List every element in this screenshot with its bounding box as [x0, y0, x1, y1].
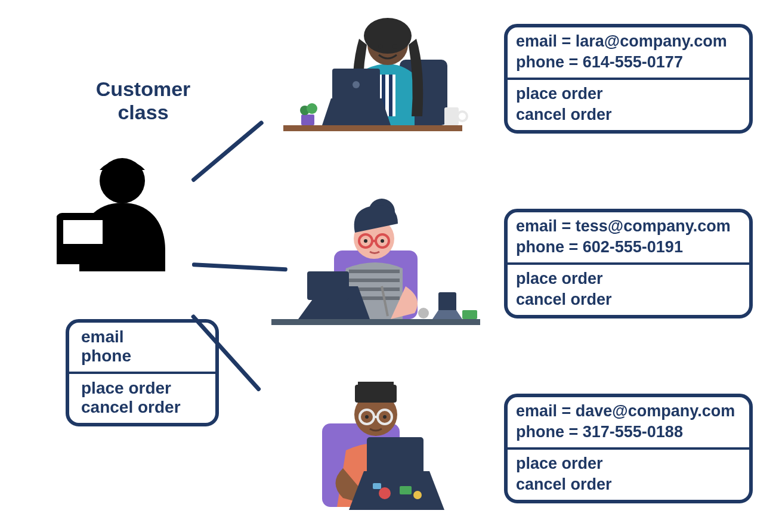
instance-method-place-order: place order	[516, 453, 741, 474]
instance-email: email = lara@company.com	[516, 31, 741, 52]
instance-methods: place order cancel order	[508, 265, 749, 315]
svg-rect-37	[462, 310, 477, 319]
svg-rect-48	[367, 437, 423, 474]
svg-marker-35	[432, 310, 462, 319]
svg-point-46	[383, 415, 387, 419]
instance-methods: place order cancel order	[508, 80, 749, 130]
class-method-place-order: place order	[81, 379, 203, 398]
class-attr-phone: phone	[81, 347, 203, 366]
title-line1: Customer	[96, 78, 191, 100]
class-methods-section: place order cancel order	[69, 374, 215, 423]
person-illustration-tess	[265, 191, 486, 328]
instance-method-place-order: place order	[516, 83, 741, 104]
instance-box-dave: email = dave@company.com phone = 317-555…	[504, 394, 753, 503]
svg-point-45	[365, 415, 369, 419]
svg-point-29	[364, 239, 367, 243]
instance-method-cancel-order: cancel order	[516, 104, 741, 125]
svg-marker-47	[349, 471, 444, 510]
svg-point-16	[353, 81, 360, 88]
instance-email: email = tess@company.com	[516, 216, 741, 237]
class-attributes-section: email phone	[69, 323, 215, 372]
person-illustration-dave	[301, 367, 492, 516]
instance-attributes: email = lara@company.com phone = 614-555…	[508, 27, 749, 78]
instance-attributes: email = tess@company.com phone = 602-555…	[508, 212, 749, 262]
svg-rect-41	[358, 382, 394, 392]
class-definition-box: email phone place order cancel order	[66, 319, 219, 426]
svg-point-36	[418, 308, 429, 318]
instance-phone: phone = 317-555-0188	[516, 422, 741, 443]
instance-box-lara: email = lara@company.com phone = 614-555…	[504, 24, 753, 134]
class-attr-email: email	[81, 327, 203, 347]
svg-rect-3	[60, 216, 106, 248]
svg-point-11	[364, 18, 412, 54]
instance-phone: phone = 602-555-0191	[516, 237, 741, 258]
svg-rect-22	[271, 319, 480, 325]
instance-method-cancel-order: cancel order	[516, 474, 741, 495]
svg-rect-32	[307, 271, 349, 300]
instance-phone: phone = 614-555-0177	[516, 52, 741, 73]
svg-point-13	[392, 44, 397, 49]
instance-method-place-order: place order	[516, 268, 741, 289]
customer-class-silhouette-icon	[57, 146, 188, 277]
svg-rect-50	[400, 486, 412, 494]
svg-point-18	[457, 112, 467, 121]
connector-line	[191, 120, 264, 183]
svg-rect-5	[283, 125, 462, 131]
title-line2: class	[118, 101, 168, 123]
svg-point-30	[381, 239, 384, 243]
svg-marker-14	[322, 98, 391, 125]
instance-method-cancel-order: cancel order	[516, 289, 741, 310]
instance-attributes: email = dave@company.com phone = 317-555…	[508, 397, 749, 447]
svg-rect-19	[301, 115, 314, 125]
svg-rect-9	[389, 75, 392, 116]
svg-point-12	[378, 44, 383, 49]
person-illustration-lara	[265, 12, 480, 137]
svg-point-49	[379, 487, 391, 499]
svg-point-51	[413, 491, 422, 499]
svg-point-21	[307, 103, 317, 114]
class-method-cancel-order: cancel order	[81, 398, 203, 417]
instance-box-tess: email = tess@company.com phone = 602-555…	[504, 209, 753, 318]
diagram-title: Customer class	[84, 78, 203, 124]
instance-methods: place order cancel order	[508, 450, 749, 500]
svg-rect-52	[373, 483, 381, 489]
svg-marker-4	[57, 248, 121, 264]
instance-email: email = dave@company.com	[516, 401, 741, 422]
